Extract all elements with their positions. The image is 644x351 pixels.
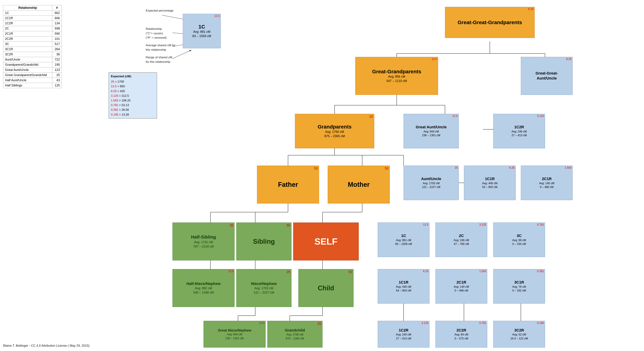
table-row: 2C2R101 bbox=[3, 36, 62, 42]
ggau-title: Great-Great-Aunt/Uncle bbox=[536, 71, 558, 81]
count-cell: 517 bbox=[52, 42, 62, 47]
hnn-title: Half-Niece/Nephew bbox=[186, 281, 220, 286]
relationship-cell: 1C2R bbox=[3, 21, 52, 26]
count-cell: 134 bbox=[52, 21, 62, 26]
au-pct: 25 bbox=[455, 166, 458, 170]
gau-title: Great Aunt/Uncle bbox=[416, 125, 447, 130]
2c-mid-box: 3.125 2C Avg: 246 cM 47 – 760 cM bbox=[436, 222, 487, 257]
2c1r-bot-pct: 1.563 bbox=[479, 270, 486, 273]
2c1r-mid-avg: Avg: 140 cM bbox=[539, 182, 554, 185]
ggrp-title: Great-Grandparents bbox=[372, 69, 421, 74]
nn-title: Niece/Nephew bbox=[251, 281, 277, 286]
self-title: SELF bbox=[314, 236, 338, 247]
1c2r-bot-pct: 3.125 bbox=[422, 322, 428, 324]
ggrp-pct: 12.5 bbox=[432, 58, 437, 61]
table-row: 3C517 bbox=[3, 42, 62, 47]
relationship-cell: 2C bbox=[3, 26, 52, 31]
count-cell: 25 bbox=[52, 72, 62, 78]
1c-example-pct: 12.5 bbox=[214, 14, 220, 18]
3c-mid-range: 0 – 334 cM bbox=[512, 242, 526, 246]
table-row: 2C598 bbox=[3, 26, 62, 31]
niece-nephew-box: 25 Niece/Nephew Avg: 1703 cM 121 – 2227 … bbox=[236, 269, 292, 307]
3c2r-bot-pct: 0.195 bbox=[537, 322, 544, 324]
annotation-line: 1.563 = 106.25 bbox=[111, 98, 155, 103]
mother-pct: 50 bbox=[385, 166, 388, 170]
relationship-cell: Aunt/Uncle bbox=[3, 57, 52, 62]
great-great-aunt-uncle-box: 6.25 Great-Great-Aunt/Uncle bbox=[521, 57, 572, 95]
great-great-grandparents-box: 6.25 Great-Great-Grandparents bbox=[445, 7, 535, 38]
1c2r-top-range: 27 – 413 cM bbox=[512, 134, 527, 137]
expected-cm-label: Expected (cM): bbox=[111, 74, 155, 79]
ggrp-avg: Avg: 856 cM bbox=[388, 74, 405, 79]
ggrp-range: 547 – 1110 cM bbox=[386, 79, 407, 83]
3c2r-bot-range: 16.4 – 122 cM bbox=[510, 337, 528, 340]
child-title: Child bbox=[318, 284, 334, 292]
hnn-avg: Avg: 892 cM bbox=[195, 286, 212, 290]
annotation-line: 0.195 = 13.28 bbox=[111, 112, 155, 117]
table-row: Half Siblings125 bbox=[3, 83, 62, 88]
2c1r-bot-range: 0 – 466 cM bbox=[454, 289, 468, 292]
gp-range: 875 – 2365 cM bbox=[324, 134, 345, 138]
2c1r-mid-range: 0 – 466 cM bbox=[540, 185, 554, 189]
2c2r-bot-title: 2C2R bbox=[456, 328, 466, 333]
count-cell: 722 bbox=[52, 57, 62, 62]
father-pct: 50 bbox=[314, 166, 318, 170]
1c1r-mid-range: 54 – 903 cM bbox=[482, 185, 498, 189]
gp-pct: 25 bbox=[369, 115, 373, 119]
1c1r-mid-avg: Avg: 440 cM bbox=[482, 182, 498, 185]
gc-range: 875 – 2365 cM bbox=[286, 337, 304, 340]
hs-range: 787 – 2134 cM bbox=[193, 244, 214, 249]
2c2r-bot-avg: Avg: 94 cM bbox=[454, 333, 468, 336]
1c-example-title: 1C bbox=[198, 24, 205, 30]
relationship-cell: Half Siblings bbox=[3, 83, 52, 88]
father-box: 50 Father bbox=[257, 166, 319, 204]
3c-mid-avg: Avg: 89 cM bbox=[512, 238, 526, 242]
2c-mid-pct: 3.125 bbox=[479, 223, 486, 226]
gc-title: Grandchild bbox=[285, 328, 305, 333]
2c2r-bot-pct: 0.781 bbox=[479, 322, 486, 324]
father-title: Father bbox=[278, 181, 298, 188]
gau-pct: 12.5 bbox=[452, 114, 458, 118]
2c2r-bot-range: 0 – 575 cM bbox=[454, 337, 468, 340]
2c1r-mid-title: 2C1R bbox=[542, 176, 552, 182]
2c1r-bot-box: 1.563 2C1R Avg: 140 cM 0 – 466 cM bbox=[436, 269, 487, 304]
gp-title: Grandparents bbox=[318, 124, 352, 130]
annotation-line: 0.391 = 26.56 bbox=[111, 108, 155, 112]
1c-mid-box: 12.5 1C Avg: 881 cM 83 – 1559 cM bbox=[378, 222, 430, 257]
3c-mid-pct: 0.781 bbox=[537, 223, 544, 226]
table-row: Great Aunt/Uncle123 bbox=[3, 68, 62, 72]
count-cell: 195 bbox=[52, 62, 62, 68]
relationship-table: Relationship # 1C6621C1R6061C2R1342C5982… bbox=[3, 5, 62, 88]
expected-pct-label: Expected percentage bbox=[146, 9, 174, 12]
2c-mid-title: 2C bbox=[459, 233, 464, 238]
count-cell: 36 bbox=[52, 52, 62, 57]
1c2r-bot-avg: Avg: 240 cM bbox=[396, 333, 411, 336]
au-avg: Avg: 1703 cM bbox=[423, 182, 440, 185]
nn-pct: 25 bbox=[286, 270, 290, 274]
gau-avg: Avg: 844 cM bbox=[424, 130, 439, 134]
3c2r-bot-title: 3C2R bbox=[514, 328, 524, 333]
1c1r-bot-avg: Avg: 440 cM bbox=[396, 285, 411, 289]
table-row: 1C1R606 bbox=[3, 16, 62, 21]
table-row: Half Aunt/Uncle43 bbox=[3, 78, 62, 83]
relationship-cell: 1C1R bbox=[3, 16, 52, 21]
3c1r-bot-range: 0 – 332 cM bbox=[512, 289, 526, 292]
2c1r-bot-title: 2C1R bbox=[456, 280, 466, 285]
relationship-cell: 3C bbox=[3, 42, 52, 47]
great-aunt-uncle-box: 12.5 Great Aunt/Uncle Avg: 844 cM 236 – … bbox=[404, 114, 459, 148]
sibling-box: 50 Sibling bbox=[236, 222, 292, 260]
relationship-label: Relationship("C"= cousin)("R" = removed) bbox=[146, 27, 166, 40]
gnn-avg: Avg: 844 cM bbox=[227, 332, 242, 336]
table-row: Aunt/Uncle722 bbox=[3, 57, 62, 62]
relationship-cell: Half Aunt/Uncle bbox=[3, 78, 52, 83]
count-cell: 264 bbox=[52, 47, 62, 52]
1c1r-mid-title: 1C1R bbox=[485, 176, 495, 182]
1c2r-top-title: 1C2R bbox=[514, 125, 524, 130]
avg-shared-label: Average shared cM forthis relationship bbox=[146, 43, 176, 52]
hnn-pct: 12.5 bbox=[228, 270, 234, 273]
count-cell: 123 bbox=[52, 68, 62, 72]
count-cell: 590 bbox=[52, 31, 62, 36]
1c1r-mid-pct: 6.25 bbox=[509, 166, 515, 170]
relationship-cell: Great Aunt/Uncle bbox=[3, 68, 52, 72]
table-row: 3C1R264 bbox=[3, 47, 62, 52]
